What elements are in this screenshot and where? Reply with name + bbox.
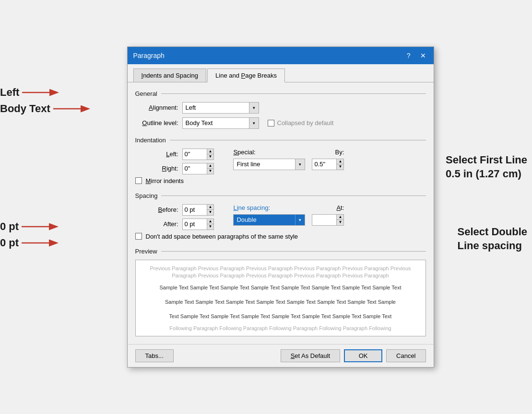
at-down[interactable]: ▼ xyxy=(337,220,343,225)
annotation-0pt-before: 0 pt xyxy=(0,220,19,233)
before-input[interactable]: 0 pt xyxy=(183,205,207,214)
indent-left-spinner[interactable]: 0" ▲ ▼ xyxy=(182,149,214,160)
indent-left-label: Left: xyxy=(135,150,178,158)
arrow-left-icon xyxy=(22,87,60,98)
line-spacing-dropdown-arrow[interactable]: ▾ xyxy=(295,215,305,225)
at-input[interactable] xyxy=(312,215,336,224)
preview-section-line xyxy=(161,251,426,252)
special-value: First line xyxy=(234,160,295,169)
by-up[interactable]: ▲ xyxy=(337,159,343,165)
after-up[interactable]: ▲ xyxy=(207,219,214,225)
spacing-annotations: 0 pt 0 pt xyxy=(0,220,60,249)
right-top-annotation: Select First Line 0.5 in (1.27 cm) xyxy=(446,153,527,181)
indentation-label: Indentation xyxy=(135,137,166,144)
right-bottom-line2: Line spacing xyxy=(458,239,527,253)
annotation-0pt-after: 0 pt xyxy=(0,237,19,249)
alignment-label: Alignment: xyxy=(135,104,178,111)
indent-left-col: Left: 0" ▲ ▼ Right: 0" xyxy=(135,149,214,174)
general-label: General xyxy=(135,90,157,97)
mirror-label: Mirror indents xyxy=(146,177,184,184)
alignment-value: Left xyxy=(183,103,249,112)
line-spacing-dropdown[interactable]: Double ▾ xyxy=(233,214,305,226)
indent-left-input[interactable]: 0" xyxy=(183,150,207,159)
after-label: After: xyxy=(135,220,178,228)
spacing-left-col: Before: 0 pt ▲ ▼ After: 0 pt xyxy=(135,204,214,230)
tabs-button[interactable]: Tabs... xyxy=(135,349,174,362)
at-spinner[interactable]: ▲ ▼ xyxy=(312,214,344,226)
outline-value: Body Text xyxy=(183,118,249,127)
special-dropdown-arrow[interactable]: ▾ xyxy=(295,159,305,170)
before-row: Before: 0 pt ▲ ▼ xyxy=(135,204,214,216)
indent-left-down[interactable]: ▼ xyxy=(207,154,214,160)
alignment-row: Alignment: Left ▾ xyxy=(135,102,426,114)
special-dropdown[interactable]: First line ▾ xyxy=(233,159,305,170)
indent-right-label: Right: xyxy=(135,165,178,172)
tab-line-page-breaks[interactable]: Line and Page Breaks xyxy=(207,69,285,82)
indent-right-input[interactable]: 0" xyxy=(183,164,207,173)
general-section-line xyxy=(161,93,426,94)
before-label: Before: xyxy=(135,206,178,213)
right-top-line1: Select First Line xyxy=(446,153,527,167)
by-down[interactable]: ▼ xyxy=(337,164,343,170)
set-default-button[interactable]: Set As Default xyxy=(281,349,340,362)
help-button[interactable]: ? xyxy=(405,52,413,59)
after-spinner[interactable]: 0 pt ▲ ▼ xyxy=(182,218,214,230)
dont-add-checkbox[interactable] xyxy=(135,233,142,240)
by-input[interactable]: 0.5" xyxy=(312,160,336,169)
dialog-footer: Tabs... Set As Default OK Cancel xyxy=(128,344,434,367)
arrow-spacing-after-icon xyxy=(22,238,60,248)
indentation-rows: Left: 0" ▲ ▼ Right: 0" xyxy=(135,149,426,174)
before-spinner[interactable]: 0 pt ▲ ▼ xyxy=(182,204,214,216)
preview-prev-text: Previous Paragraph Previous Paragraph Pr… xyxy=(141,265,421,280)
by-spinner[interactable]: 0.5" ▲ ▼ xyxy=(312,159,344,170)
by-spinner-btns: ▲ ▼ xyxy=(336,159,343,170)
special-label: Special: xyxy=(233,149,255,156)
mirror-checkbox[interactable] xyxy=(135,177,142,184)
collapsed-checkbox[interactable] xyxy=(268,120,274,126)
ok-button[interactable]: OK xyxy=(344,349,382,362)
spacing-section-label: Spacing xyxy=(135,192,158,199)
cancel-button[interactable]: Cancel xyxy=(386,349,426,362)
line-spacing-label: Line spacing: xyxy=(233,204,270,211)
outline-dropdown-arrow[interactable]: ▾ xyxy=(249,118,259,128)
special-row: Special: By: xyxy=(233,149,344,156)
indent-right-spinner[interactable]: 0" ▲ ▼ xyxy=(182,163,214,174)
tab-indents-label: Indents and Spacing xyxy=(142,72,199,79)
preview-sample-line3: Text Sample Text Sample Text Sample Text… xyxy=(141,311,421,322)
line-spacing-col: Line spacing: At: Double ▾ ▲ xyxy=(233,204,344,230)
right-bottom-line1: Select Double xyxy=(458,225,527,239)
indent-left-up[interactable]: ▲ xyxy=(207,149,214,155)
line-spacing-value: Double xyxy=(234,215,295,224)
dont-add-row: Don't add space between paragraphs of th… xyxy=(135,233,426,240)
before-down[interactable]: ▼ xyxy=(207,210,214,215)
indent-left-row: Left: 0" ▲ ▼ xyxy=(135,149,214,160)
at-up[interactable]: ▲ xyxy=(337,215,343,220)
spacing-section-line xyxy=(161,196,426,196)
tab-linebreaks-label: Line and Page Breaks xyxy=(215,72,277,79)
general-section-header: General xyxy=(135,90,426,97)
after-spinner-btns: ▲ ▼ xyxy=(207,219,214,230)
indentation-section-line xyxy=(170,140,426,140)
alignment-dropdown-arrow[interactable]: ▾ xyxy=(249,103,259,113)
tab-indents-spacing[interactable]: Indents and Spacing xyxy=(133,69,207,82)
annotation-bodytext-text: Body Text xyxy=(0,103,50,115)
outline-row: Outline level: Body Text ▾ Collapsed by … xyxy=(135,117,426,129)
preview-following-text: Following Paragraph Following Paragraph … xyxy=(141,325,421,331)
line-spacing-value-row: Double ▾ ▲ ▼ xyxy=(233,214,344,226)
dialog-title: Paragraph xyxy=(133,52,165,59)
paragraph-dialog: Paragraph ? ✕ Indents and Spacing Line a… xyxy=(127,46,434,368)
annotation-left-item: Left xyxy=(0,86,92,99)
alignment-dropdown[interactable]: Left ▾ xyxy=(182,102,259,114)
at-spinner-btns: ▲ ▼ xyxy=(336,215,343,225)
indent-right-down[interactable]: ▼ xyxy=(207,169,214,174)
after-input[interactable]: 0 pt xyxy=(183,219,207,229)
after-down[interactable]: ▼ xyxy=(207,224,214,230)
outline-dropdown[interactable]: Body Text ▾ xyxy=(182,117,259,129)
close-button[interactable]: ✕ xyxy=(418,52,428,59)
before-up[interactable]: ▲ xyxy=(207,205,214,210)
collapsed-label: Collapsed by default xyxy=(277,119,334,126)
annotation-spacing-before: 0 pt xyxy=(0,220,60,233)
indent-right-up[interactable]: ▲ xyxy=(207,163,214,169)
preview-sample-line1: Sample Text Sample Text Sample Text Samp… xyxy=(141,282,421,293)
indent-right-spinner-btns: ▲ ▼ xyxy=(207,163,214,174)
